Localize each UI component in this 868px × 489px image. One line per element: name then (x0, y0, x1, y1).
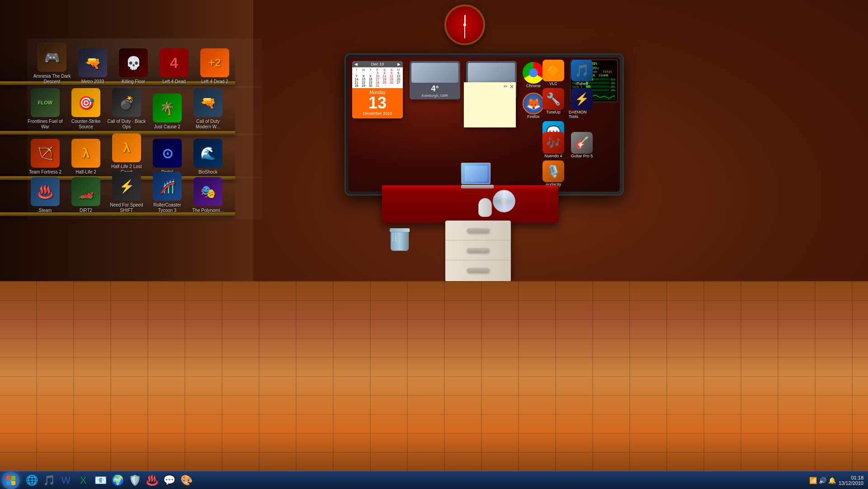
cal-week-3: 14151617181920 (353, 78, 402, 81)
calendar-header: ◀ Dec 10 ▶ (352, 61, 403, 67)
taskbar-icon-ie[interactable]: 🌍 (109, 472, 126, 489)
taskbar-icon-word[interactable]: W (58, 472, 74, 489)
taskbar-icon-chrome[interactable]: 🌐 (24, 472, 40, 489)
icon-just-cause[interactable]: 🌴 Just Cause 2 (147, 94, 188, 130)
cal-next[interactable]: ▶ (397, 62, 401, 66)
cal-week-2: 78910111213 (353, 75, 402, 78)
tv-icon-daemon[interactable]: ⚡ DAEMON Tools (569, 88, 595, 119)
drawer-handle-3 (467, 268, 490, 273)
cd-disc[interactable] (493, 190, 515, 212)
icon-call-of-duty-bo[interactable]: 💣 Call of Duty - Black Ops (106, 88, 147, 130)
icon-hl2[interactable]: λ Half-Life 2 (66, 139, 106, 175)
weather-image-1 (411, 63, 458, 83)
mouse[interactable] (478, 198, 492, 217)
icon-polynomia[interactable]: 🎭 The Polynomi... (188, 177, 228, 213)
tv-icon-tuneup[interactable]: 🔧 TuneUp (540, 88, 566, 119)
icon-tf2[interactable]: 🏹 Team Fortress 2 (25, 139, 66, 175)
tv-icon-nuendo[interactable]: 🎶 Nuendo 4 (540, 132, 566, 158)
icon-counter-strike[interactable]: 🎯 Counter-Strike Source (66, 88, 106, 130)
cal-month-label: Dec 10 (371, 62, 384, 66)
cal-month-year: December 2010 (352, 111, 403, 116)
weather-widget-1[interactable]: 4° Edinburgh, GBR (410, 61, 460, 99)
icon-steam[interactable]: ♨️ Steam (25, 177, 66, 213)
icon-bioshock[interactable]: 🌊 BioShock (188, 139, 228, 175)
laptop[interactable] (461, 163, 494, 188)
taskbar-systray: 📶 🔊 🔔 01:18 13/12/2010 (809, 475, 868, 486)
cal-week-5: 28293031 (353, 84, 402, 87)
tv-icon-audacity[interactable]: 🎙️ Audacity (540, 160, 566, 187)
svg-rect-3 (11, 481, 15, 485)
tv-icon-itunes[interactable]: 🎵 iTunes (569, 60, 595, 86)
icon-portal[interactable]: ⊙ Portal (147, 139, 188, 175)
laptop-base (461, 185, 494, 188)
wall-clock (442, 2, 487, 47)
cal-days-header: TWTFSSM (353, 68, 402, 71)
calendar-widget[interactable]: ◀ Dec 10 ▶ TWTFSSM 3456 78910111213 1415… (352, 61, 403, 118)
icon-left4dead[interactable]: 4 Left 4 Dead (154, 48, 194, 85)
taskbar-icon-itunes[interactable]: 🎵 (41, 472, 57, 489)
taskbar-icon-malwarebytes[interactable]: 🛡️ (127, 472, 143, 489)
cal-day-number: 13 (352, 95, 403, 111)
drawer-2[interactable] (445, 240, 511, 260)
start-button[interactable] (2, 471, 20, 489)
shelf-row-1: 🎮 Amnesia The Dark Descent 🔫 Metro 2033 … (32, 43, 235, 85)
tv-icons-grid-2: 🎶 Nuendo 4 🎸 Guitar Pro 5 🎙️ Audacity (540, 132, 595, 187)
shelf-row-2: FLOW Frontlines Fuel of War 🎯 Counter-St… (25, 88, 228, 130)
clock-date: 13/12/2010 (839, 480, 863, 486)
tv-icon-vlc[interactable]: 🔶 VLC (540, 60, 566, 86)
systray-notification-icon[interactable]: 🔔 (828, 477, 836, 484)
sticky-note[interactable]: ✏ ✕ (464, 82, 516, 127)
tv-icon-guitarpro[interactable]: 🎸 Guitar Pro 5 (569, 132, 595, 158)
cal-grid: TWTFSSM 3456 78910111213 14151617181920 … (352, 67, 403, 88)
icon-frontlines[interactable]: FLOW Frontlines Fuel of War (25, 88, 66, 130)
cal-week-1: 3456 (353, 71, 402, 75)
taskbar-icon-excel[interactable]: X (75, 472, 91, 489)
icon-amnesia[interactable]: 🎮 Amnesia The Dark Descent (32, 43, 72, 85)
weather-image-2 (468, 63, 515, 83)
shelf-row-3: 🏹 Team Fortress 2 λ Half-Life 2 λ Half-L… (25, 133, 228, 175)
windows-logo-icon (6, 475, 16, 485)
taskbar-icons: 🌐 🎵 W X 📧 🌍 🛡️ ♨️ 💬 🎨 (22, 472, 809, 489)
trash-can[interactable] (390, 228, 410, 251)
drawer-3[interactable] (445, 260, 511, 280)
taskbar-icon-outlook[interactable]: 📧 (92, 472, 108, 489)
clock-center (463, 24, 466, 26)
svg-rect-1 (11, 476, 15, 480)
systray-network-icon[interactable]: 📶 (809, 477, 817, 484)
icon-hl2-lost-coast[interactable]: λ Half-Life 2 Lost Coast (106, 133, 147, 175)
drawer-handle-1 (467, 228, 490, 233)
minute-hand (464, 25, 465, 38)
icon-metro[interactable]: 🔫 Metro 2033 (72, 48, 113, 85)
floor (0, 281, 868, 471)
systray-volume-icon[interactable]: 🔊 (819, 477, 826, 484)
taskbar-clock[interactable]: 01:18 13/12/2010 (839, 475, 863, 486)
desk-surface (382, 188, 558, 223)
taskbar-icon-paint[interactable]: 🎨 (178, 472, 194, 489)
taskbar-icon-skype[interactable]: 💬 (161, 472, 177, 489)
icon-killing-floor[interactable]: 💀 Killing Floor (113, 48, 154, 85)
clock-face (444, 5, 485, 45)
svg-rect-0 (6, 476, 10, 480)
drawer-handle-2 (467, 248, 490, 253)
sticky-close-button[interactable]: ✕ (509, 84, 514, 90)
drawer-1[interactable] (445, 221, 511, 240)
weather-temp-1: 4° (411, 84, 458, 94)
icon-dirt2[interactable]: 🏎️ DiRT2 (66, 177, 106, 213)
icon-need-for-speed[interactable]: ⚡ Need For Speed SHIFT (106, 172, 147, 213)
trash-lid (390, 228, 410, 232)
svg-rect-2 (6, 481, 10, 485)
weather-city-1: Edinburgh, GBR (411, 94, 458, 98)
cal-date-display: Monday 13 December 2010 (352, 88, 403, 118)
icon-left4dead2[interactable]: +2 Left 4 Dead 2 (194, 48, 235, 85)
sticky-edit-button[interactable]: ✏ (504, 84, 508, 89)
taskbar-icon-steam[interactable]: ♨️ (144, 472, 160, 489)
icon-cod-mw[interactable]: 🔫 Call of Duty Modern W... (188, 88, 228, 130)
cal-prev[interactable]: ◀ (354, 62, 358, 66)
trash-body (391, 232, 409, 251)
taskbar: 🌐 🎵 W X 📧 🌍 🛡️ ♨️ 💬 🎨 📶 🔊 🔔 01:18 13/12/… (0, 471, 868, 489)
shelf-row-4: ♨️ Steam 🏎️ DiRT2 ⚡ Need For Speed SHIFT… (25, 172, 228, 213)
clock-time: 01:18 (851, 475, 863, 480)
icon-rollercoaster[interactable]: 🎢 RollerCoaster Tycoon 3 (147, 172, 188, 213)
cal-week-4: 21222324252627 (353, 81, 402, 84)
drawers-unit (445, 221, 511, 282)
